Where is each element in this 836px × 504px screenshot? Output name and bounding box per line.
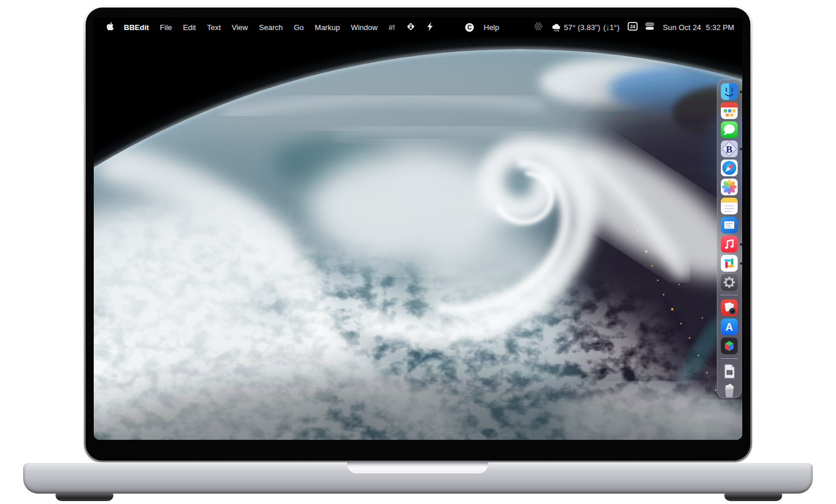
menu-search[interactable]: Search xyxy=(259,23,283,32)
scripts-diamond-icon xyxy=(406,22,415,31)
running-indicator xyxy=(740,148,742,150)
notes-icon xyxy=(720,197,738,215)
dock-separator xyxy=(720,358,738,359)
weather-change: (↓1°) xyxy=(603,23,620,32)
dock-item-bbedit[interactable]: B xyxy=(720,140,738,158)
dock-item-safari[interactable] xyxy=(720,159,738,177)
dock: B xyxy=(717,79,742,398)
dock-item-photo-cards-app[interactable] xyxy=(720,299,738,317)
dock-item-mail[interactable] xyxy=(720,216,738,234)
lid-thumb-scoop xyxy=(347,462,488,473)
dock-item-finder[interactable] xyxy=(720,83,738,101)
rain-cloud-icon xyxy=(551,23,561,32)
calendar-icon: 24 xyxy=(627,21,638,31)
trash-full-icon xyxy=(720,381,738,399)
laptop-base xyxy=(23,462,813,494)
app-menu-bbedit[interactable]: BBEdit xyxy=(124,23,149,32)
menu-scripts[interactable] xyxy=(406,22,415,33)
menu-go[interactable]: Go xyxy=(294,23,304,32)
running-indicator xyxy=(740,91,742,93)
finder-icon xyxy=(720,83,738,101)
menu-shebang[interactable]: #! xyxy=(389,23,395,32)
dock-item-trash[interactable] xyxy=(720,381,738,399)
dock-item-photos[interactable] xyxy=(720,178,738,196)
dock-item-messages[interactable] xyxy=(720,121,738,139)
dock-item-color-cube-app[interactable] xyxy=(720,337,738,355)
bbedit-icon: B xyxy=(720,140,738,158)
system-settings-icon xyxy=(720,273,738,291)
menu-text[interactable]: Text xyxy=(207,23,221,32)
photos-icon xyxy=(720,178,738,196)
menu-bar-status: 57° (3.83") (↓1°) 24 xyxy=(533,17,734,37)
laptop-lid: BBEdit File Edit Text View Search Go Mar… xyxy=(84,6,752,462)
menu-bar-left: BBEdit File Edit Text View Search Go Mar… xyxy=(94,17,444,37)
calendar-status-item[interactable]: 24 xyxy=(627,21,638,33)
slack-icon xyxy=(720,254,738,272)
dotted-grid-icon xyxy=(533,21,543,31)
apple-menu[interactable] xyxy=(106,21,114,33)
calendar-icon-day: 24 xyxy=(630,24,636,29)
calendar-app-icon xyxy=(720,102,738,120)
dock-item-app-store[interactable]: A xyxy=(720,318,738,336)
rubber-foot-left xyxy=(56,493,113,501)
menu-bar-clock[interactable]: 5:32 PM xyxy=(706,23,734,32)
screen-bezel: BBEdit File Edit Text View Search Go Mar… xyxy=(86,8,750,461)
menu-file[interactable]: File xyxy=(160,23,172,32)
apple-logo-icon xyxy=(106,21,114,31)
menu-bar-date[interactable]: Sun Oct 24 xyxy=(663,23,701,32)
dock-item-calendar[interactable] xyxy=(720,102,738,120)
menu-lightning[interactable] xyxy=(426,22,433,33)
dock-item-notes[interactable] xyxy=(720,197,738,215)
menu-view[interactable]: View xyxy=(232,23,248,32)
bbedit-letter: B xyxy=(726,144,732,155)
document-file-icon xyxy=(720,362,738,380)
dock-item-slack[interactable] xyxy=(720,254,738,272)
desktop-wallpaper-earth xyxy=(94,17,742,440)
menu-bar-after-notch: C Help xyxy=(465,17,499,37)
weather-temp-precip: 57° (3.83") xyxy=(564,23,601,32)
dotted-grid-status-item[interactable] xyxy=(533,21,543,33)
color-cube-app-icon xyxy=(720,337,738,355)
menu-edit[interactable]: Edit xyxy=(183,23,196,32)
dock-item-document[interactable] xyxy=(720,362,738,380)
safari-icon xyxy=(720,159,738,177)
menu-bar: BBEdit File Edit Text View Search Go Mar… xyxy=(94,17,742,37)
music-icon xyxy=(720,235,738,253)
rubber-foot-right xyxy=(724,493,782,501)
dock-item-system-settings[interactable] xyxy=(720,273,738,291)
dock-separator xyxy=(720,295,738,295)
screen: BBEdit File Edit Text View Search Go Mar… xyxy=(94,17,742,440)
weather-status-item[interactable]: 57° (3.83") (↓1°) xyxy=(551,23,620,32)
lightning-bolt-icon xyxy=(426,22,433,31)
messages-icon xyxy=(720,121,738,139)
mail-app-icon xyxy=(720,216,738,234)
clippings-menu-icon[interactable]: C xyxy=(465,23,474,32)
app-store-icon: A xyxy=(720,318,738,336)
stacked-windows-status-item[interactable] xyxy=(645,21,655,33)
stacked-windows-icon xyxy=(645,21,655,31)
dock-item-music[interactable] xyxy=(720,235,738,253)
menu-help[interactable]: Help xyxy=(484,23,499,32)
photo-cards-app-icon xyxy=(720,299,738,317)
running-indicator xyxy=(740,243,742,246)
app-store-letter: A xyxy=(725,321,733,333)
running-indicator xyxy=(740,262,742,265)
menu-markup[interactable]: Markup xyxy=(315,23,340,32)
menu-window[interactable]: Window xyxy=(351,23,377,32)
